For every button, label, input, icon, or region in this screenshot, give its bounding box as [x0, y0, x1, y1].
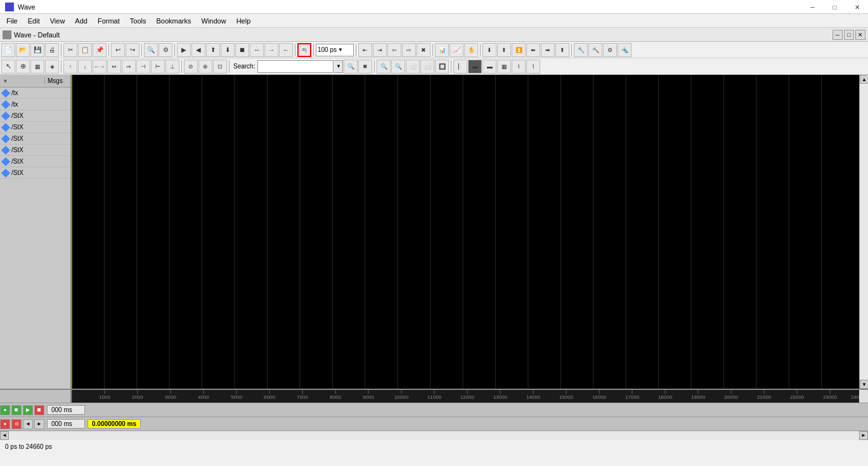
tb-sig1-btn[interactable]: ▶: [177, 43, 191, 57]
tb-sig-dn-btn[interactable]: ↓: [78, 60, 92, 74]
menu-window[interactable]: Window: [197, 16, 231, 26]
tb-tool3-btn[interactable]: ⚙: [603, 43, 617, 57]
tb-find-btn[interactable]: 🔍: [144, 43, 158, 57]
tb-nav2-btn[interactable]: ➡: [541, 43, 555, 57]
signal-row-1[interactable]: /tx: [0, 99, 70, 110]
signal-row-3[interactable]: /StX: [0, 122, 70, 133]
status-icon-nav-left[interactable]: ◄: [23, 419, 33, 429]
tb-cut-btn[interactable]: ✂: [63, 43, 77, 57]
tb-sig8-btn[interactable]: ←: [279, 43, 293, 57]
tb-sig7-btn[interactable]: →: [264, 43, 278, 57]
tb-zoom-in-btn[interactable]: 🔍: [377, 60, 391, 74]
tb-sig-l-btn[interactable]: ←→: [93, 60, 107, 74]
tb-down-btn[interactable]: ⬇: [483, 43, 496, 57]
vscroll-up-btn[interactable]: ▲: [860, 75, 868, 84]
tb-up-btn[interactable]: ⬆: [497, 43, 511, 57]
signal-row-2[interactable]: /StX: [0, 110, 70, 122]
search-dropdown-btn[interactable]: ▼: [334, 60, 343, 73]
tb-nav1-btn[interactable]: ⬅: [526, 43, 540, 57]
status-icon-green1[interactable]: ●: [0, 405, 10, 415]
hscroll-track[interactable]: [9, 431, 859, 440]
signal-row-0[interactable]: /tx: [0, 87, 70, 99]
status-icon-red2[interactable]: ●: [0, 419, 10, 429]
waveform-area[interactable]: [72, 75, 859, 389]
signal-panel-arrow[interactable]: ▼: [3, 78, 8, 84]
menu-format[interactable]: Format: [93, 16, 125, 26]
tb-sig-compress-btn[interactable]: ⇒: [122, 60, 136, 74]
menu-edit[interactable]: Edit: [23, 16, 45, 26]
tb-sig6-btn[interactable]: ↔: [250, 43, 264, 57]
tb-sig5-btn[interactable]: ⏹: [235, 43, 249, 57]
signal-row-5[interactable]: /StX: [0, 145, 70, 156]
tb-wave-neg-btn[interactable]: ⊘: [184, 60, 198, 74]
tb-cursor4-btn[interactable]: ⇨: [402, 43, 416, 57]
tb-wshape5-btn[interactable]: ⌇: [512, 60, 526, 74]
signal-row-7[interactable]: /StX: [0, 167, 70, 179]
menu-help[interactable]: Help: [231, 16, 256, 26]
tb-wshape4-btn[interactable]: ▦: [497, 60, 511, 74]
tb-marker-btn[interactable]: ✖: [417, 43, 431, 57]
tb-wshape2-btn[interactable]: ▬: [468, 60, 482, 74]
tb-new-btn[interactable]: 📄: [1, 43, 15, 57]
tb-wshape1-btn[interactable]: ▏: [453, 60, 467, 74]
tb-wave-edge2-btn[interactable]: ⊡: [213, 60, 227, 74]
status-icon-nav-right[interactable]: ►: [34, 419, 44, 429]
tb-search-x-btn[interactable]: ✖: [358, 60, 372, 74]
tb-zoom-fit-btn[interactable]: ⬜: [406, 60, 420, 74]
tb-time-dropdown[interactable]: 100 ps ▼: [316, 44, 354, 56]
close-button[interactable]: ✕: [846, 0, 868, 14]
tb-wave2-btn[interactable]: 📊: [435, 43, 449, 57]
tb-print-btn[interactable]: 🖨: [45, 43, 59, 57]
tb-sig-fit-btn[interactable]: ⊣: [136, 60, 150, 74]
tb-copy-btn[interactable]: 📋: [78, 43, 92, 57]
wave-maximize-btn[interactable]: □: [844, 30, 854, 40]
tb-hand-btn[interactable]: ✋: [464, 43, 478, 57]
hscroll-left-btn[interactable]: ◄: [0, 431, 9, 440]
tb-wshape6-btn[interactable]: ⌇: [526, 60, 540, 74]
tb-sig-snap-btn[interactable]: ⊢: [151, 60, 165, 74]
tb-wave-pos-btn[interactable]: ⊕: [198, 60, 212, 74]
tb-cursor3-btn[interactable]: ⇦: [387, 43, 401, 57]
menu-file[interactable]: File: [1, 16, 23, 26]
tb-open-btn[interactable]: 📂: [16, 43, 30, 57]
tb-marker2-btn[interactable]: ◈: [45, 60, 59, 74]
tb-cursor1-btn[interactable]: ⇤: [358, 43, 372, 57]
tb-wave-btn[interactable]: ≡|: [297, 43, 311, 57]
tb-nav3-btn[interactable]: ⬆: [555, 43, 569, 57]
menu-bookmarks[interactable]: Bookmarks: [151, 16, 196, 26]
tb-wave3-btn[interactable]: 📈: [450, 43, 463, 57]
tb-tool4-btn[interactable]: 🔩: [618, 43, 632, 57]
vscroll-down-btn[interactable]: ▼: [860, 380, 868, 389]
tb-cursor2-btn[interactable]: ⇥: [373, 43, 387, 57]
tb-sig-edge-btn[interactable]: ⊥: [165, 60, 179, 74]
tb-crosshair-btn[interactable]: ⊕: [16, 60, 30, 74]
status-icon-red1[interactable]: ⏹: [34, 405, 44, 415]
tb-sig4-btn[interactable]: ⬇: [221, 43, 235, 57]
tb-save-btn[interactable]: 💾: [30, 43, 44, 57]
menu-add[interactable]: Add: [70, 16, 93, 26]
menu-tools[interactable]: Tools: [125, 16, 152, 26]
wave-minimize-btn[interactable]: ─: [832, 30, 843, 40]
tb-settings-btn[interactable]: ⚙: [159, 43, 172, 57]
wave-close-btn[interactable]: ✕: [855, 30, 865, 40]
tb-sig3-btn[interactable]: ⬆: [206, 43, 220, 57]
tb-undo-btn[interactable]: ↩: [111, 43, 125, 57]
maximize-button[interactable]: □: [824, 0, 846, 14]
menu-view[interactable]: View: [45, 16, 70, 26]
tb-paste-btn[interactable]: 📌: [93, 43, 107, 57]
tb-sig-expand-btn[interactable]: ⇔: [107, 60, 121, 74]
tb-zoom-out-btn[interactable]: 🔍: [391, 60, 405, 74]
tb-pointer-btn[interactable]: ↖: [1, 60, 15, 74]
signal-row-6[interactable]: /StX: [0, 156, 70, 167]
hscroll-right-btn[interactable]: ►: [859, 431, 868, 440]
tb-zoom-full-btn[interactable]: ⬜: [420, 60, 434, 74]
tb-wshape3-btn[interactable]: ▬: [483, 60, 496, 74]
tb-tool1-btn[interactable]: 🔧: [574, 43, 588, 57]
tb-sig2-btn[interactable]: ◀: [191, 43, 205, 57]
status-icon-green3[interactable]: ▶: [23, 405, 33, 415]
tb-upup-btn[interactable]: ⏫: [512, 43, 526, 57]
status-icon-green2[interactable]: ⏺: [11, 405, 22, 415]
tb-redo-btn[interactable]: ↪: [126, 43, 139, 57]
tb-zoom-sel-btn[interactable]: 🔲: [435, 60, 449, 74]
tb-select-btn[interactable]: ▦: [30, 60, 44, 74]
